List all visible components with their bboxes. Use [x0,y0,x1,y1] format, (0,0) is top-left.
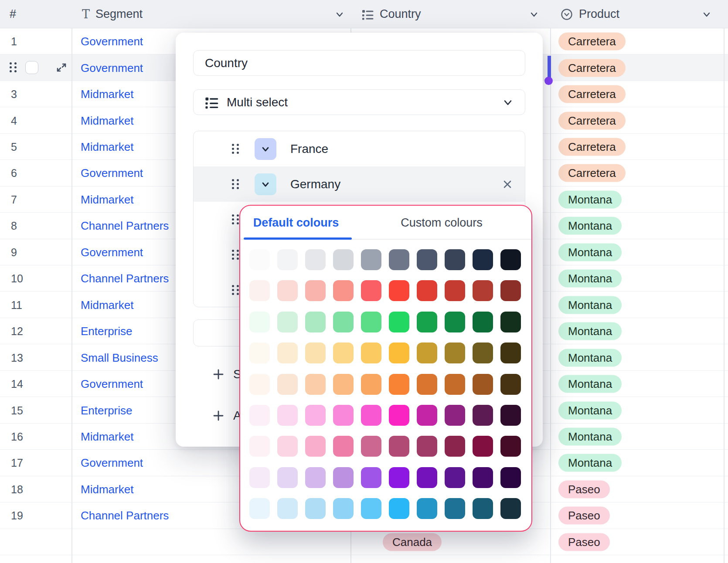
select-option-row[interactable]: Germany [194,166,525,202]
color-swatch-magenta-2[interactable] [277,405,298,426]
color-swatch-rose-3[interactable] [305,436,326,457]
color-swatch-gray-3[interactable] [305,249,326,270]
product-pill[interactable]: Carretera [558,138,626,156]
color-swatch-rose-5[interactable] [361,436,381,457]
option-drag-handle-icon[interactable] [232,144,239,154]
product-pill[interactable]: Montana [558,190,622,208]
color-swatch-orange-1[interactable] [249,374,270,395]
option-drag-handle-icon[interactable] [232,250,239,260]
color-swatch-rose-4[interactable] [333,436,354,457]
color-swatch-purple-2[interactable] [277,467,298,488]
product-pill[interactable]: Montana [558,349,622,366]
product-pill[interactable]: Montana [558,375,622,393]
column-header-product[interactable]: Product [560,0,691,28]
segment-cell[interactable]: Government [81,245,143,259]
product-pill[interactable]: Montana [558,243,622,261]
action-button-2[interactable]: A [212,409,242,423]
color-swatch-green-1[interactable] [249,312,270,332]
color-swatch-blue-6[interactable] [389,498,409,519]
color-swatch-orange-4[interactable] [333,374,354,395]
product-pill[interactable]: Carretera [558,164,626,182]
option-drag-handle-icon[interactable] [232,214,239,225]
color-swatch-orange-8[interactable] [445,374,465,395]
color-swatch-orange-3[interactable] [305,374,326,395]
color-swatch-magenta-6[interactable] [389,405,409,426]
color-swatch-purple-10[interactable] [500,467,521,488]
color-swatch-purple-9[interactable] [473,467,493,488]
field-type-select[interactable]: Multi select [193,89,525,115]
product-pill[interactable]: Carretera [558,59,626,77]
segment-cell[interactable]: Midmarket [81,114,133,127]
field-name-input[interactable] [193,50,525,76]
color-swatch-green-7[interactable] [417,312,437,332]
option-drag-handle-icon[interactable] [232,179,239,190]
color-swatch-blue-8[interactable] [445,498,465,519]
color-swatch-gray-2[interactable] [277,249,298,270]
segment-cell[interactable]: Channel Partners [81,272,169,285]
tab-default-colours[interactable]: Default colours [240,206,352,240]
color-swatch-magenta-3[interactable] [305,405,326,426]
color-swatch-yellow-5[interactable] [361,343,381,363]
segment-cell[interactable]: Government [81,377,143,391]
color-swatch-magenta-4[interactable] [333,405,354,426]
color-swatch-magenta-8[interactable] [445,405,465,426]
segment-cell[interactable]: Enterprise [81,325,133,338]
color-swatch-blue-4[interactable] [333,498,354,519]
segment-cell[interactable]: Channel Partners [81,509,169,522]
color-swatch-orange-10[interactable] [500,374,521,395]
option-drag-handle-icon[interactable] [232,285,239,295]
product-pill[interactable]: Paseo [558,480,610,498]
color-swatch-rose-2[interactable] [277,436,298,457]
color-swatch-blue-2[interactable] [277,498,298,519]
product-pill[interactable]: Carretera [558,85,626,103]
expand-row-icon[interactable] [55,61,68,74]
color-swatch-yellow-2[interactable] [277,343,298,363]
segment-cell[interactable]: Channel Partners [81,219,169,233]
chevron-down-icon[interactable] [528,9,540,20]
color-swatch-magenta-10[interactable] [500,405,521,426]
color-swatch-magenta-5[interactable] [361,405,381,426]
color-swatch-rose-7[interactable] [417,436,437,457]
color-swatch-magenta-7[interactable] [417,405,437,426]
color-swatch-green-10[interactable] [500,312,521,332]
color-swatch-blue-7[interactable] [417,498,437,519]
color-swatch-gray-9[interactable] [473,249,493,270]
color-swatch-red-8[interactable] [445,280,465,301]
color-swatch-yellow-7[interactable] [417,343,437,363]
color-swatch-green-8[interactable] [445,312,465,332]
color-swatch-gray-6[interactable] [389,249,409,270]
color-swatch-blue-9[interactable] [473,498,493,519]
color-swatch-blue-10[interactable] [500,498,521,519]
color-swatch-purple-6[interactable] [389,467,409,488]
product-pill[interactable]: Paseo [558,507,610,525]
color-swatch-orange-7[interactable] [417,374,437,395]
segment-cell[interactable]: Government [81,35,143,48]
color-swatch-red-1[interactable] [249,280,270,301]
color-swatch-blue-1[interactable] [249,498,270,519]
column-header-country[interactable]: Country [361,0,505,28]
color-swatch-green-3[interactable] [305,312,326,332]
color-swatch-rose-6[interactable] [389,436,409,457]
color-swatch-yellow-4[interactable] [333,343,354,363]
color-swatch-purple-7[interactable] [417,467,437,488]
color-swatch-red-7[interactable] [417,280,437,301]
color-swatch-yellow-3[interactable] [305,343,326,363]
product-pill[interactable]: Montana [558,296,622,314]
color-swatch-green-4[interactable] [333,312,354,332]
segment-cell[interactable]: Midmarket [81,298,133,312]
color-swatch-orange-9[interactable] [473,374,493,395]
tab-custom-colours[interactable]: Custom colours [352,206,531,240]
column-header-segment[interactable]: T Segment [82,0,326,28]
color-swatch-purple-4[interactable] [333,467,354,488]
product-pill[interactable]: Montana [558,427,622,445]
color-swatch-gray-10[interactable] [500,249,521,270]
segment-cell[interactable]: Government [81,456,143,470]
option-color-chip[interactable] [255,173,276,195]
segment-cell[interactable]: Midmarket [81,140,133,154]
segment-cell[interactable]: Midmarket [81,482,133,496]
color-swatch-green-5[interactable] [361,312,381,332]
color-swatch-purple-8[interactable] [445,467,465,488]
color-swatch-green-9[interactable] [473,312,493,332]
segment-cell[interactable]: Government [81,61,143,75]
color-swatch-orange-5[interactable] [361,374,381,395]
